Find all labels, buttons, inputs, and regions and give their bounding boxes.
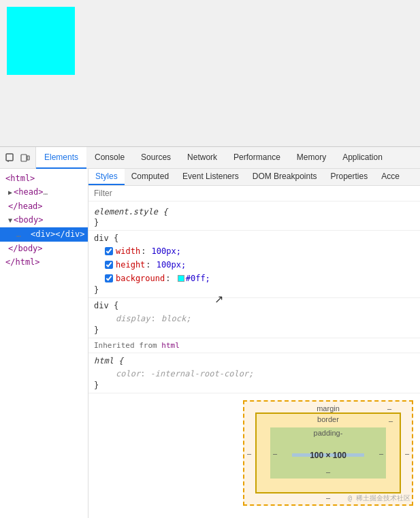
subtab-computed[interactable]: Computed (125, 169, 176, 185)
subtabs: Styles Computed Event Listeners DOM Brea… (88, 169, 420, 186)
style-selector-element: element.style { (94, 207, 415, 216)
subtab-styles[interactable]: Styles (88, 169, 125, 185)
style-brace-element: } (94, 218, 415, 227)
style-checkbox-width[interactable] (105, 247, 113, 255)
devtools-tabs: Elements Console Sources Network Perform… (36, 147, 420, 169)
style-prop-color: color: -internal-root-color; (94, 367, 415, 381)
tab-memory[interactable]: Memory (289, 147, 334, 169)
dom-html[interactable]: <html> (0, 172, 88, 185)
style-prop-background: background: #0ff; (94, 272, 415, 285)
box-model-content: 100 × 100 (292, 453, 364, 457)
dom-body[interactable]: ▼<body> (0, 213, 88, 227)
style-brace-html: } (94, 381, 415, 390)
tab-performance[interactable]: Performance (225, 147, 289, 169)
style-selector-html: html { (94, 356, 415, 366)
box-model-container: margin – border – padding- 100 × (88, 400, 420, 513)
box-model-border: border – padding- 100 × 100 – – (255, 412, 401, 493)
dom-body-close[interactable]: </body> (0, 242, 88, 255)
box-model-size: 100 × 100 (310, 451, 346, 460)
dom-tree-panel: <html> ▶<head>… </head> ▼<body> … <div><… (0, 169, 88, 518)
style-checkbox-background[interactable] (105, 274, 113, 282)
style-rule-html: html { color: -internal-root-color; } (88, 353, 420, 393)
device-icon[interactable] (19, 152, 31, 164)
subtab-properties[interactable]: Properties (323, 169, 374, 185)
subtab-event-listeners[interactable]: Event Listeners (176, 169, 246, 185)
style-prop-height: height: 100px; (94, 258, 415, 272)
filter-bar (88, 186, 420, 201)
tab-application[interactable]: Application (334, 147, 391, 169)
tab-console[interactable]: Console (86, 147, 133, 169)
style-prop-display: display: block; (94, 312, 415, 325)
style-checkbox-height[interactable] (105, 261, 113, 269)
tab-sources[interactable]: Sources (133, 147, 179, 169)
subtab-dom-breakpoints[interactable]: DOM Breakpoints (246, 169, 324, 185)
inspect-icon[interactable] (4, 152, 16, 164)
style-brace-div: } (94, 285, 415, 295)
style-rule-div-display: div { display: block; } (88, 298, 420, 338)
svg-rect-2 (21, 155, 27, 161)
style-selector-div: div { (94, 233, 415, 243)
styles-panel: Styles Computed Event Listeners DOM Brea… (88, 169, 420, 518)
dom-head-close[interactable]: </head> (0, 199, 88, 213)
style-selector-div2: div { (94, 301, 415, 310)
svg-rect-3 (27, 156, 29, 160)
tab-elements[interactable]: Elements (36, 147, 86, 169)
style-rule-element: element.style { } (88, 204, 420, 231)
styles-content: element.style { } div { width: 100px; (88, 201, 420, 518)
box-model-margin-label: margin (317, 404, 340, 412)
style-rule-div: div { width: 100px; height: 100px; backg… (88, 231, 420, 298)
watermark: @ 稀土掘金技术社区 (348, 493, 410, 503)
dom-head[interactable]: ▶<head>… (0, 185, 88, 199)
box-model-padding-label: padding- (314, 429, 343, 437)
preview-area (0, 0, 420, 146)
box-model-border-label: border (317, 415, 339, 423)
color-swatch[interactable] (178, 275, 184, 282)
style-prop-width: width: 100px; (94, 244, 415, 258)
dom-div[interactable]: … <div></div> (0, 227, 88, 242)
box-model-padding: padding- 100 × 100 – – – (270, 427, 386, 479)
devtools-toolbar: Elements Console Sources Network Perform… (0, 147, 420, 169)
box-model: margin – border – padding- 100 × (243, 400, 413, 506)
tab-network[interactable]: Network (179, 147, 225, 169)
inherited-from-label: Inherited from html (88, 338, 420, 353)
devtools-panel: Elements Console Sources Network Perform… (0, 146, 420, 518)
dom-html-close[interactable]: </html> (0, 255, 88, 269)
svg-rect-0 (6, 154, 13, 161)
toolbar-icons (0, 147, 36, 168)
filter-input[interactable] (94, 189, 415, 198)
cyan-box (7, 7, 75, 75)
subtab-acce[interactable]: Acce (374, 169, 406, 185)
style-brace-div2: } (94, 325, 415, 335)
devtools-body: <html> ▶<head>… </head> ▼<body> … <div><… (0, 169, 420, 518)
